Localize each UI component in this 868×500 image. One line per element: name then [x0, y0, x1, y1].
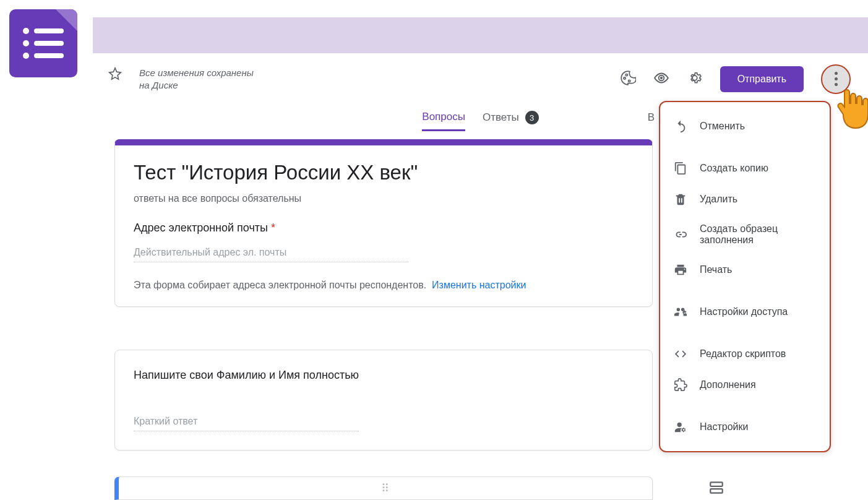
required-star: * — [271, 222, 275, 234]
link-icon — [674, 228, 687, 241]
drag-handle-icon[interactable]: ⠿ — [381, 481, 390, 495]
menu-label: Удалить — [700, 194, 737, 205]
star-outline-icon[interactable] — [108, 67, 122, 84]
menu-label: Отменить — [700, 121, 745, 132]
short-answer-placeholder: Краткий ответ — [134, 416, 359, 431]
email-field-label: Адрес электронной почты * — [134, 222, 634, 235]
svg-point-0 — [660, 76, 662, 79]
tab-answers-label: Ответы — [483, 111, 519, 124]
question-card-1[interactable]: Напишите свои Фамилию и Имя полностью Кр… — [114, 350, 653, 450]
menu-item-prefill[interactable]: Создать образец заполнения — [660, 215, 830, 254]
user-settings-icon — [674, 420, 687, 434]
send-button[interactable]: Отправить — [720, 66, 804, 92]
preview-eye-icon[interactable] — [653, 70, 669, 88]
tab-hidden-letter: В — [648, 111, 655, 124]
email-collection-notice: Эта форма собирает адреса электронной по… — [134, 280, 634, 291]
menu-label: Печать — [700, 264, 732, 275]
google-forms-logo — [9, 9, 77, 77]
change-settings-link[interactable]: Изменить настройки — [432, 280, 526, 290]
header-band — [93, 17, 868, 53]
question-1-title[interactable]: Напишите свои Фамилию и Имя полностью — [134, 369, 634, 382]
menu-label: Создать образец заполнения — [700, 223, 816, 246]
menu-item-undo[interactable]: Отменить — [660, 111, 830, 142]
trash-icon — [674, 192, 687, 206]
email-input[interactable]: Действительный адрес эл. почты — [134, 247, 408, 262]
print-icon — [674, 263, 687, 277]
form-header-card[interactable]: Тест "История России XX век" ответы на в… — [114, 139, 653, 307]
section-icon[interactable] — [708, 480, 724, 498]
menu-label: Редактор скриптов — [700, 348, 786, 360]
menu-item-addons[interactable]: Дополнения — [660, 369, 830, 400]
copy-icon — [674, 162, 687, 175]
menu-item-settings[interactable]: Настройки — [660, 412, 830, 442]
form-description[interactable]: ответы на все вопросы обязательны — [134, 193, 634, 204]
more-options-button[interactable] — [821, 64, 851, 94]
code-icon — [674, 347, 687, 361]
menu-label: Дополнения — [700, 379, 756, 390]
form-title[interactable]: Тест "История России XX век" — [134, 161, 634, 184]
settings-gear-icon[interactable] — [687, 70, 703, 88]
menu-item-access[interactable]: Настройки доступа — [660, 296, 830, 327]
menu-item-script[interactable]: Редактор скриптов — [660, 338, 830, 369]
tab-answers[interactable]: Ответы 3 — [483, 105, 539, 131]
menu-item-print[interactable]: Печать — [660, 254, 830, 285]
extension-icon — [674, 378, 687, 392]
menu-label: Создать копию — [700, 163, 768, 174]
undo-icon — [674, 119, 687, 133]
menu-label: Настройки — [700, 421, 748, 433]
menu-label: Настройки доступа — [700, 306, 788, 317]
save-status: Все изменения сохранены на Диске — [139, 67, 254, 91]
answers-count-badge: 3 — [525, 111, 539, 124]
selected-question-card[interactable]: ⠿ — [114, 476, 653, 500]
theme-icon[interactable] — [620, 70, 636, 88]
more-options-dropdown: Отменить Создать копию Удалить Создать о… — [659, 101, 831, 452]
svg-rect-2 — [710, 489, 723, 493]
toolbar: Все изменения сохранены на Диске Отправи… — [93, 59, 868, 99]
people-icon — [674, 305, 687, 319]
tab-questions[interactable]: Вопросы — [422, 105, 465, 131]
svg-rect-1 — [710, 482, 723, 486]
menu-item-delete[interactable]: Удалить — [660, 184, 830, 215]
menu-item-copy[interactable]: Создать копию — [660, 153, 830, 184]
